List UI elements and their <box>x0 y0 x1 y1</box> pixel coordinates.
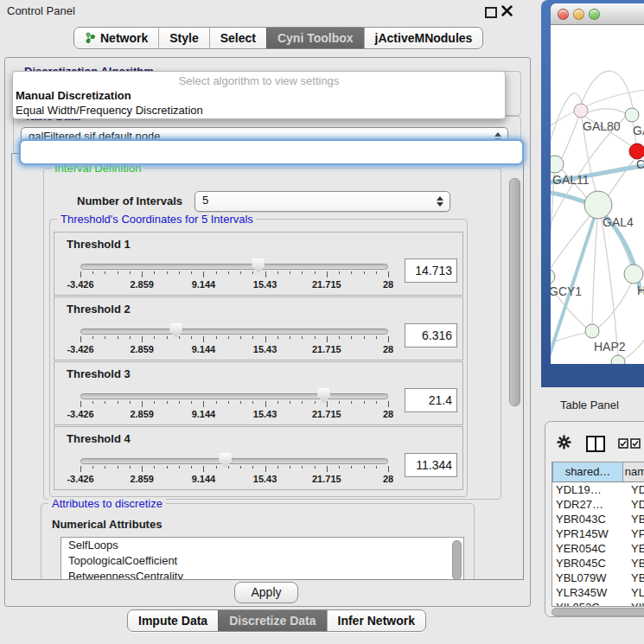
network-edge[interactable] <box>582 71 633 108</box>
table-cell: YER0 <box>625 541 644 556</box>
numerical-attributes-label: Numerical Attributes <box>52 518 162 531</box>
node-label: GAL <box>633 124 644 137</box>
table-row[interactable]: YER054CYER0 <box>552 541 644 556</box>
slider-tick <box>92 271 93 274</box>
tab-network[interactable]: Network <box>74 28 158 48</box>
table-row[interactable]: YBR043CYBR0 <box>552 512 644 526</box>
column-header-name[interactable]: name <box>623 462 644 481</box>
algorithm-combobox[interactable] <box>19 139 524 165</box>
network-edge[interactable] <box>592 219 597 325</box>
network-node[interactable] <box>551 156 564 173</box>
threshold-label: Threshold 3 <box>67 367 131 380</box>
slider-tick <box>216 466 217 469</box>
horizontal-scrollbar[interactable] <box>552 608 644 616</box>
table-cell: YDL1 <box>625 482 644 497</box>
network-node[interactable] <box>574 104 588 118</box>
slider-tick <box>302 401 303 404</box>
threshold-value-field[interactable] <box>405 258 457 283</box>
table-cell: YBR0 <box>625 512 644 526</box>
network-canvas[interactable]: GAL80GALCGAL11GAL4GCY1HHAP2 <box>551 25 644 364</box>
slider-tick <box>167 271 168 274</box>
threshold-slider[interactable]: -3.4262.8599.14415.4321.71528 <box>80 455 388 488</box>
bottom-tab-discretize-data-label: Discretize Data <box>229 614 316 628</box>
tab-jactivemnodules[interactable]: jActiveMNodules <box>364 28 483 48</box>
slider-thumb[interactable] <box>252 258 265 273</box>
network-edge[interactable] <box>551 93 582 156</box>
vertical-scrollbar[interactable] <box>509 178 520 406</box>
slider-tick <box>327 271 328 277</box>
slider-tick <box>277 466 278 469</box>
slider-tick <box>265 336 266 342</box>
network-node[interactable] <box>625 108 639 122</box>
slider-track[interactable] <box>80 393 388 399</box>
node-label: GCY1 <box>551 284 582 298</box>
threshold-slider[interactable]: -3.4262.8599.14415.4321.71528 <box>80 390 388 423</box>
control-panel-titlebar: Control Panel <box>0 0 533 22</box>
dropdown-item-equal-width-frequency-discretization[interactable]: Equal Width/Frequency Discretization <box>13 103 505 118</box>
split-panel-icon[interactable] <box>586 436 605 452</box>
slider-tick <box>142 401 143 407</box>
tab-cyni-toolbox[interactable]: Cyni Toolbox <box>266 28 364 48</box>
network-node[interactable] <box>551 269 555 284</box>
attribute-list-item[interactable]: TopologicalCoefficient <box>61 553 463 569</box>
tab-style[interactable]: Style <box>158 28 208 48</box>
numerical-attributes-list[interactable]: SelfLoopsTopologicalCoefficientBetweenne… <box>61 537 464 580</box>
zoom-traffic-light-icon[interactable] <box>589 9 600 20</box>
slider-tick-label: 2.859 <box>130 344 154 354</box>
table-row[interactable]: YDR27…YDR2 <box>552 497 644 512</box>
slider-tick <box>142 466 143 472</box>
close-traffic-light-icon[interactable] <box>558 9 569 20</box>
number-of-intervals-combobox[interactable]: 5 <box>194 191 450 212</box>
table-row[interactable]: YIL052CYIL0 <box>552 600 644 607</box>
threshold-value-field[interactable] <box>405 388 457 412</box>
bottom-tab-infer-network[interactable]: Infer Network <box>327 610 425 631</box>
network-node[interactable] <box>624 265 643 284</box>
network-node[interactable] <box>585 324 599 338</box>
attribute-list-item[interactable]: BetweennessCentrality <box>61 569 463 580</box>
threshold-value-field[interactable] <box>405 453 457 477</box>
slider-tick <box>191 336 192 339</box>
network-edge[interactable] <box>609 158 635 195</box>
network-edge[interactable] <box>561 117 579 159</box>
network-node[interactable] <box>611 355 625 364</box>
table-row[interactable]: YLR345WYLR3 <box>552 585 644 600</box>
dropdown-item-manual-discretization[interactable]: Manual Discretization <box>13 88 505 103</box>
checkbox-icon[interactable] <box>618 438 628 449</box>
table-row[interactable]: YBL079WYBL0 <box>552 571 644 585</box>
slider-track[interactable] <box>80 264 388 270</box>
slider-tick <box>240 271 241 274</box>
checkbox-icon[interactable] <box>630 438 641 449</box>
network-edge[interactable] <box>623 338 644 360</box>
threshold-slider[interactable]: -3.4262.8599.14415.4321.71528 <box>80 325 388 358</box>
slider-tick-label: 28 <box>383 279 393 290</box>
slider-thumb[interactable] <box>219 453 232 468</box>
attributes-to-discretize-group: Attributes to discretize Numerical Attri… <box>41 503 475 580</box>
attribute-list-item[interactable]: SelfLoops <box>61 538 463 553</box>
bottom-tab-discretize-data[interactable]: Discretize Data <box>218 610 326 631</box>
table-row[interactable]: YPR145WYPR1 <box>552 526 644 541</box>
gear-icon[interactable] <box>557 435 571 450</box>
slider-track[interactable] <box>80 458 388 464</box>
apply-button[interactable]: Apply <box>234 582 298 603</box>
slider-tick <box>154 466 155 469</box>
network-edge[interactable] <box>551 173 554 270</box>
slider-tick <box>339 401 340 404</box>
node-attribute-table[interactable]: shared…nameYDL19…YDL1YDR27…YDR2YBR043CYB… <box>552 462 644 607</box>
threshold-slider[interactable]: -3.4262.8599.14415.4321.71528 <box>80 260 388 293</box>
list-scrollbar[interactable] <box>452 540 462 580</box>
slider-thumb[interactable] <box>169 323 182 338</box>
bottom-tab-impute-data[interactable]: Impute Data <box>128 610 218 631</box>
column-header-shared-[interactable]: shared… <box>552 462 623 481</box>
network-edge[interactable] <box>585 109 626 113</box>
table-row[interactable]: YBR045CYBR0 <box>552 556 644 571</box>
table-row[interactable]: YDL19…YDL1 <box>552 482 644 497</box>
minimize-traffic-light-icon[interactable] <box>573 9 584 20</box>
slider-track[interactable] <box>80 328 388 335</box>
slider-tick <box>142 336 143 342</box>
slider-thumb[interactable] <box>317 388 330 403</box>
network-edge[interactable] <box>602 219 618 356</box>
close-icon[interactable] <box>501 5 513 16</box>
threshold-value-field[interactable] <box>405 323 457 348</box>
float-window-icon[interactable] <box>485 7 497 18</box>
tab-select[interactable]: Select <box>209 28 266 48</box>
